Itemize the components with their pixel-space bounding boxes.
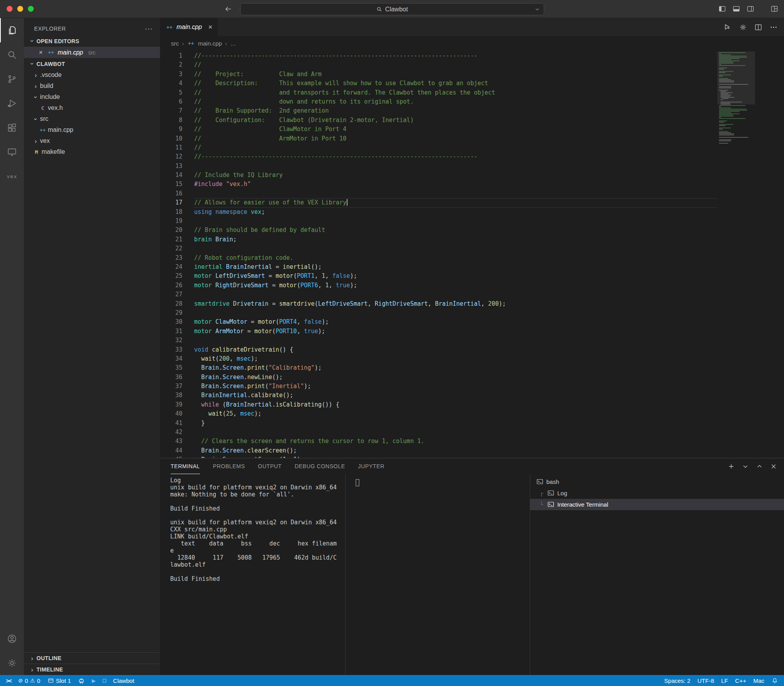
code-line-6[interactable]: 6// down and returns to its original spo…: [160, 97, 717, 106]
minimap-viewport[interactable]: [717, 51, 755, 104]
line-number[interactable]: 13: [160, 162, 194, 171]
line-number[interactable]: 37: [160, 382, 194, 391]
line-number[interactable]: 35: [160, 363, 194, 372]
line-number[interactable]: 7: [160, 106, 194, 115]
code-line-44[interactable]: 44 Brain.Screen.clearScreen();: [160, 446, 717, 455]
encoding-setting[interactable]: UTF-8: [694, 675, 718, 686]
code-line-17[interactable]: 17// Allows for easier use of the VEX Li…: [160, 198, 717, 207]
toggle-panel-icon[interactable]: [732, 5, 740, 13]
timeline-section[interactable]: › TIMELINE: [24, 664, 160, 675]
open-editor-item[interactable]: × ++ main.cpp src: [24, 47, 160, 58]
folder-src[interactable]: ›src: [24, 113, 160, 124]
code-line-37[interactable]: 37 Brain.Screen.print("Inertial");: [160, 382, 717, 391]
code-line-12[interactable]: 12//------------------------------------…: [160, 152, 717, 161]
code-line-35[interactable]: 35 Brain.Screen.print("Calibrating");: [160, 363, 717, 372]
line-number[interactable]: 38: [160, 391, 194, 400]
close-window-button[interactable]: [7, 6, 13, 12]
code-line-16[interactable]: 16: [160, 189, 717, 198]
line-number[interactable]: 41: [160, 419, 194, 428]
stop-button[interactable]: □: [99, 675, 109, 686]
code-line-3[interactable]: 3// Project: Claw and Arm: [160, 70, 717, 79]
line-number[interactable]: 23: [160, 254, 194, 263]
explorer-icon[interactable]: [0, 18, 24, 42]
line-number[interactable]: 33: [160, 345, 194, 354]
code-line-32[interactable]: 32: [160, 336, 717, 345]
line-number[interactable]: 5: [160, 88, 194, 97]
line-number[interactable]: 40: [160, 409, 194, 418]
line-number[interactable]: 9: [160, 125, 194, 134]
code-line-39[interactable]: 39 while (BrainInertial.isCalibrating())…: [160, 400, 717, 409]
line-number[interactable]: 16: [160, 189, 194, 198]
folder-.vscode[interactable]: ›.vscode: [24, 69, 160, 80]
project-name[interactable]: Clawbot: [109, 675, 138, 686]
command-center[interactable]: Clawbot: [240, 3, 544, 15]
line-number[interactable]: 18: [160, 208, 194, 217]
file-vex.h[interactable]: Cvex.h: [24, 102, 160, 113]
code-line-41[interactable]: 41 }: [160, 419, 717, 428]
line-number[interactable]: 39: [160, 400, 194, 409]
breadcrumb-file[interactable]: main.cpp: [198, 40, 222, 47]
workspace-header[interactable]: › CLAWBOT: [24, 58, 160, 69]
code-line-34[interactable]: 34 wait(200, msec);: [160, 354, 717, 363]
toggle-secondary-sidebar-icon[interactable]: [746, 5, 755, 13]
code-editor[interactable]: 1//-------------------------------------…: [160, 50, 784, 458]
folder-vex[interactable]: ›vex: [24, 135, 160, 146]
toggle-sidebar-icon[interactable]: [718, 5, 726, 13]
line-number[interactable]: 8: [160, 116, 194, 125]
line-number[interactable]: 4: [160, 79, 194, 88]
open-editors-header[interactable]: › OPEN EDITORS: [24, 35, 160, 47]
code-line-5[interactable]: 5// and transports it forward. The Clawb…: [160, 88, 717, 97]
code-line-25[interactable]: 25motor LeftDriveSmart = motor(PORT1, 1,…: [160, 272, 717, 281]
split-editor-icon[interactable]: [754, 23, 762, 31]
line-number[interactable]: 21: [160, 235, 194, 244]
panel-tab-problems[interactable]: PROBLEMS: [213, 458, 245, 474]
line-number[interactable]: 24: [160, 263, 194, 272]
code-line-10[interactable]: 10// ArmMotor in Port 10: [160, 134, 717, 143]
terminal-output[interactable]: Logunix build for platform vexiq2 on Dar…: [160, 474, 345, 675]
code-line-31[interactable]: 31motor ArmMotor = motor(PORT10, true);: [160, 327, 717, 336]
line-number[interactable]: 10: [160, 134, 194, 143]
line-number[interactable]: 2: [160, 60, 194, 69]
problems-indicator[interactable]: ⊘0 ⚠0: [15, 675, 44, 686]
maximize-panel-icon[interactable]: [756, 463, 763, 470]
indentation-setting[interactable]: Spaces: 2: [661, 675, 694, 686]
search-icon[interactable]: [0, 42, 24, 67]
line-number[interactable]: 26: [160, 281, 194, 290]
breadcrumb-more[interactable]: …: [230, 40, 236, 47]
terminal-dropdown-icon[interactable]: [742, 463, 749, 470]
code-line-36[interactable]: 36 Brain.Screen.newLine();: [160, 373, 717, 382]
panel-tab-terminal[interactable]: TERMINAL: [171, 458, 200, 474]
terminal-tab-bash[interactable]: bash: [530, 476, 784, 487]
line-number[interactable]: 27: [160, 290, 194, 299]
slot-selector[interactable]: Slot 1: [44, 675, 75, 686]
interactive-terminal-pane[interactable]: [345, 474, 530, 675]
extensions-icon[interactable]: [0, 115, 24, 140]
close-panel-icon[interactable]: [770, 463, 777, 470]
close-tab-icon[interactable]: ×: [208, 23, 213, 31]
line-number[interactable]: 15: [160, 180, 194, 189]
code-line-15[interactable]: 15#include "vex.h": [160, 180, 717, 189]
zoom-window-button[interactable]: [28, 6, 34, 12]
file-main.cpp[interactable]: ++main.cpp: [24, 124, 160, 135]
line-number[interactable]: 32: [160, 336, 194, 345]
line-number[interactable]: 34: [160, 354, 194, 363]
remote-explorer-icon[interactable]: [0, 140, 24, 164]
panel-tab-jupyter[interactable]: JUPYTER: [358, 458, 384, 474]
cursor-position[interactable]: [654, 675, 661, 686]
code-line-29[interactable]: 29: [160, 308, 717, 317]
line-number[interactable]: 42: [160, 428, 194, 437]
source-control-icon[interactable]: [0, 67, 24, 91]
line-number[interactable]: 30: [160, 317, 194, 327]
code-line-9[interactable]: 9// ClawMotor in Port 4: [160, 125, 717, 134]
code-line-2[interactable]: 2//: [160, 60, 717, 69]
line-number[interactable]: 29: [160, 308, 194, 317]
code-line-14[interactable]: 14// Include the IQ Library: [160, 171, 717, 180]
line-number[interactable]: 17: [160, 198, 194, 207]
line-number[interactable]: 22: [160, 244, 194, 253]
folder-include[interactable]: ›include: [24, 91, 160, 102]
code-line-4[interactable]: 4// Description: This example will show …: [160, 79, 717, 88]
panel-tab-debug-console[interactable]: DEBUG CONSOLE: [295, 458, 345, 474]
eol-setting[interactable]: LF: [718, 675, 732, 686]
minimap[interactable]: [717, 50, 755, 458]
more-actions-icon[interactable]: [769, 23, 778, 31]
